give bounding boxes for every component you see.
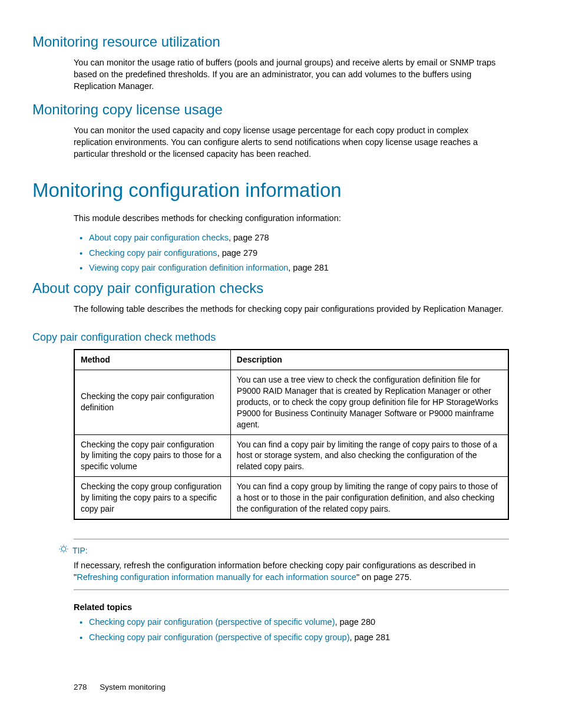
link-checking-configs[interactable]: Checking copy pair configurations xyxy=(89,248,217,258)
heading-copy-license: Monitoring copy license usage xyxy=(32,100,509,119)
tip-label: TIP: xyxy=(72,545,88,556)
svg-line-6 xyxy=(66,546,67,546)
para-copy-license: You can monitor the used capacity and co… xyxy=(74,125,509,160)
tip-block: TIP: If necessary, refresh the configura… xyxy=(74,539,509,590)
link-suffix: , page 279 xyxy=(217,248,258,258)
cell-method: Checking the copy pair configuration def… xyxy=(74,370,230,434)
link-suffix: , page 278 xyxy=(229,233,269,242)
link-about-checks[interactable]: About copy pair configuration checks xyxy=(89,233,229,242)
svg-point-0 xyxy=(61,546,66,551)
table-caption: Copy pair configuration check methods xyxy=(32,330,509,344)
related-heading: Related topics xyxy=(74,602,509,614)
svg-line-8 xyxy=(66,551,67,552)
related-list: Checking copy pair configuration (perspe… xyxy=(74,617,509,643)
link-suffix: , page 281 xyxy=(288,263,329,272)
lightbulb-icon xyxy=(58,544,69,558)
table-row: Checking the copy group configuration by… xyxy=(74,477,508,519)
svg-line-5 xyxy=(61,546,61,546)
list-item: Viewing copy pair configuration definiti… xyxy=(74,262,509,274)
table-row: Checking the copy pair configuration def… xyxy=(74,370,508,434)
heading-resource-util: Monitoring resource utilization xyxy=(32,32,509,51)
para-resource-util: You can monitor the usage ratio of buffe… xyxy=(74,57,509,92)
footer-title: System monitoring xyxy=(100,683,166,691)
list-item: Checking copy pair configuration (perspe… xyxy=(74,617,509,628)
page-footer: 278 System monitoring xyxy=(74,682,166,693)
tip-suffix: " on page 275. xyxy=(356,572,412,582)
link-perspective-copygroup[interactable]: Checking copy pair configuration (perspe… xyxy=(89,633,349,642)
methods-table: Method Description Checking the copy pai… xyxy=(74,349,509,520)
cell-method: Checking the copy pair configuration by … xyxy=(74,434,230,477)
heading-about-checks: About copy pair configuration checks xyxy=(32,279,509,298)
link-suffix: , page 281 xyxy=(349,633,390,642)
link-perspective-volume[interactable]: Checking copy pair configuration (perspe… xyxy=(89,617,335,627)
tip-body: If necessary, refresh the configuration … xyxy=(74,560,509,583)
para-config-intro: This module describes methods for checki… xyxy=(74,213,509,225)
table-row: Checking the copy pair configuration by … xyxy=(74,434,508,477)
link-refreshing-config[interactable]: Refreshing configuration information man… xyxy=(77,572,356,582)
link-suffix: , page 280 xyxy=(335,617,375,627)
link-viewing-definition[interactable]: Viewing copy pair configuration definiti… xyxy=(89,263,288,272)
th-method: Method xyxy=(74,350,230,370)
cell-description: You can use a tree view to check the con… xyxy=(230,370,508,434)
cell-description: You can find a copy pair by limiting the… xyxy=(230,434,508,477)
list-item: Checking copy pair configuration (perspe… xyxy=(74,632,509,644)
svg-line-7 xyxy=(61,551,61,552)
cell-description: You can find a copy group by limiting th… xyxy=(230,477,508,519)
th-description: Description xyxy=(230,350,508,370)
page-number: 278 xyxy=(74,683,87,691)
heading-config-info: Monitoring configuration information xyxy=(32,177,509,204)
config-link-list: About copy pair configuration checks, pa… xyxy=(74,232,509,274)
list-item: About copy pair configuration checks, pa… xyxy=(74,232,509,244)
para-about-checks: The following table describes the method… xyxy=(74,304,509,315)
list-item: Checking copy pair configurations, page … xyxy=(74,248,509,259)
cell-method: Checking the copy group configuration by… xyxy=(74,477,230,519)
